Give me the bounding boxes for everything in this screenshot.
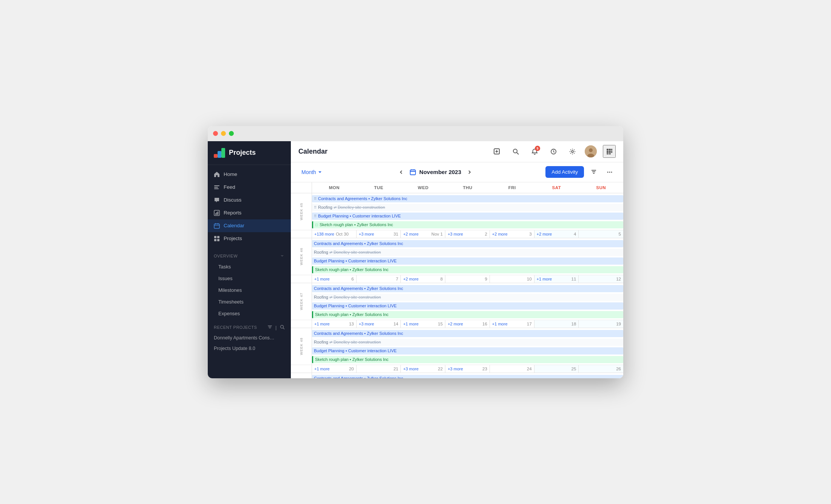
date-num: 26 (616, 367, 621, 371)
date-cell-21[interactable]: 21 (357, 365, 401, 373)
maximize-button[interactable] (229, 131, 234, 136)
add-button[interactable] (490, 145, 503, 158)
more-link[interactable]: +2 more (403, 277, 419, 281)
more-link[interactable]: +1 more (314, 322, 330, 326)
sidebar-item-issues[interactable]: Issues (208, 273, 291, 284)
more-link[interactable]: +3 more (403, 367, 419, 371)
event-sketch-w46[interactable]: Sketch rough plan • Zylker Solutions Inc (312, 266, 623, 273)
event-sketch-w48[interactable]: Sketch rough plan • Zylker Solutions Inc (312, 356, 623, 363)
event-roofing-w46[interactable]: Roofing ⇄ Donelley site construction (312, 249, 623, 256)
event-budget-w48[interactable]: Budget Planning • Customer interaction L… (312, 347, 623, 354)
more-link[interactable]: +2 more (403, 232, 419, 236)
svg-point-47 (611, 171, 612, 173)
date-cell-3[interactable]: +2 more 3 (490, 230, 534, 238)
add-activity-button[interactable]: Add Activity (545, 166, 584, 178)
date-cell-5[interactable]: 5 (579, 230, 623, 238)
settings-button[interactable] (566, 145, 579, 158)
date-cell-22[interactable]: +3 more 22 (401, 365, 445, 373)
more-link[interactable]: +1 more (537, 277, 552, 281)
more-options-button[interactable] (604, 166, 616, 178)
date-cell-7[interactable]: 7 (357, 275, 401, 283)
more-link[interactable]: +1 more (314, 367, 330, 371)
sidebar-item-projects[interactable]: Projects (208, 232, 291, 245)
sidebar-item-timesheets[interactable]: Timesheets (208, 296, 291, 308)
event-sketch-w45[interactable]: ⊡ Sketch rough plan • Zylker Solutions I… (312, 221, 623, 228)
sidebar-item-feed[interactable]: Feed (208, 181, 291, 194)
recent-item-donnelly[interactable]: Donnelly Apartments Cons… (208, 333, 291, 343)
more-link[interactable]: +3 more (448, 367, 463, 371)
event-contracts-w49[interactable]: Contracts and Agreements • Zylker Soluti… (312, 375, 623, 378)
home-icon (214, 171, 220, 177)
sidebar-item-milestones[interactable]: Milestones (208, 284, 291, 296)
event-budget-w47[interactable]: Budget Planning • Customer interaction L… (312, 302, 623, 310)
date-cell-14[interactable]: +3 more 14 (357, 320, 401, 328)
sidebar-item-expenses[interactable]: Expenses (208, 308, 291, 319)
date-cell-15[interactable]: +1 more 15 (401, 320, 445, 328)
date-cell-16[interactable]: +2 more 16 (445, 320, 490, 328)
date-cell-23[interactable]: +3 more 23 (445, 365, 490, 373)
filter-button[interactable] (588, 166, 600, 178)
event-sketch-w47[interactable]: Sketch rough plan • Zylker Solutions Inc (312, 311, 623, 318)
minimize-button[interactable] (221, 131, 226, 136)
more-link[interactable]: +1 more (403, 322, 419, 326)
search-icon[interactable] (280, 325, 285, 330)
event-budget-w45[interactable]: ⠿ Budget Planning • Customer interaction… (312, 213, 623, 220)
date-cell-10[interactable]: 10 (490, 275, 534, 283)
date-cell-6[interactable]: +1 more 6 (312, 275, 357, 283)
more-link[interactable]: +2 more (537, 232, 552, 236)
date-cell-18[interactable]: 18 (534, 320, 579, 328)
date-cell-12[interactable]: 12 (579, 275, 623, 283)
event-contracts-w45[interactable]: ⠿ Contracts and Agreements • Zylker Solu… (312, 195, 623, 202)
date-cell-24[interactable]: 24 (490, 365, 534, 373)
app-container: Projects Home Feed Discuss (208, 141, 623, 378)
date-cell-8[interactable]: +2 more 8 (401, 275, 445, 283)
more-link[interactable]: +2 more (448, 322, 463, 326)
more-link[interactable]: +1 more (492, 322, 508, 326)
date-cell-9[interactable]: 9 (445, 275, 490, 283)
date-cell-4[interactable]: +2 more 4 (534, 230, 579, 238)
event-roofing-w47[interactable]: Roofing ⇄ Donelley site construction (312, 294, 623, 301)
sidebar-item-calendar[interactable]: Calendar (208, 219, 291, 232)
date-cell-13[interactable]: +1 more 13 (312, 320, 357, 328)
clock-button[interactable] (547, 145, 560, 158)
event-budget-w46[interactable]: Budget Planning • Customer interaction L… (312, 257, 623, 265)
event-contracts-w48[interactable]: Contracts and Agreements • Zylker Soluti… (312, 330, 623, 337)
event-roofing-w48[interactable]: Roofing ⇄ Donelley site construction (312, 339, 623, 346)
view-selector[interactable]: Month (298, 168, 325, 177)
date-cell-2[interactable]: +3 more 2 (445, 230, 490, 238)
date-cell-oct30[interactable]: +138 more Oct 30 (312, 230, 357, 238)
more-link[interactable]: +2 more (492, 232, 508, 236)
sidebar-item-home[interactable]: Home (208, 168, 291, 181)
date-cell-20[interactable]: +1 more 20 (312, 365, 357, 373)
week-46-events: Contracts and Agreements • Zylker Soluti… (312, 238, 623, 275)
sidebar-item-discuss[interactable]: Discuss (208, 194, 291, 207)
date-cell-nov1[interactable]: +2 more Nov 1 (401, 230, 445, 238)
more-link[interactable]: +138 more (314, 232, 334, 236)
apps-button[interactable] (603, 145, 616, 158)
date-cell-25[interactable]: 25 (534, 365, 579, 373)
close-button[interactable] (213, 131, 218, 136)
more-link[interactable]: +1 more (314, 277, 330, 281)
date-cell-17[interactable]: +1 more 17 (490, 320, 534, 328)
more-link[interactable]: +3 more (359, 322, 374, 326)
avatar[interactable] (585, 145, 597, 157)
recent-item-projects-update[interactable]: Projects Update 8.0 (208, 343, 291, 354)
grid-icon (606, 148, 613, 155)
next-month-button[interactable] (464, 167, 475, 177)
sidebar-item-reports[interactable]: Reports (208, 207, 291, 219)
sidebar-item-tasks[interactable]: Tasks (208, 261, 291, 273)
date-num: 4 (574, 232, 576, 236)
date-cell-11[interactable]: +1 more 11 (534, 275, 579, 283)
event-contracts-w46[interactable]: Contracts and Agreements • Zylker Soluti… (312, 240, 623, 247)
prev-month-button[interactable] (396, 167, 406, 177)
filter-icon[interactable] (267, 325, 272, 330)
notifications-button[interactable]: 5 (528, 145, 541, 158)
date-cell-31[interactable]: +3 more 31 (357, 230, 401, 238)
date-cell-19[interactable]: 19 (579, 320, 623, 328)
event-roofing-w45[interactable]: ⠿ Roofing ⇄ Donelley site construction (312, 204, 623, 211)
more-link[interactable]: +3 more (448, 232, 463, 236)
search-button[interactable] (509, 145, 522, 158)
event-contracts-w47[interactable]: Contracts and Agreements • Zylker Soluti… (312, 285, 623, 292)
more-link[interactable]: +3 more (359, 232, 374, 236)
date-cell-26[interactable]: 26 (579, 365, 623, 373)
